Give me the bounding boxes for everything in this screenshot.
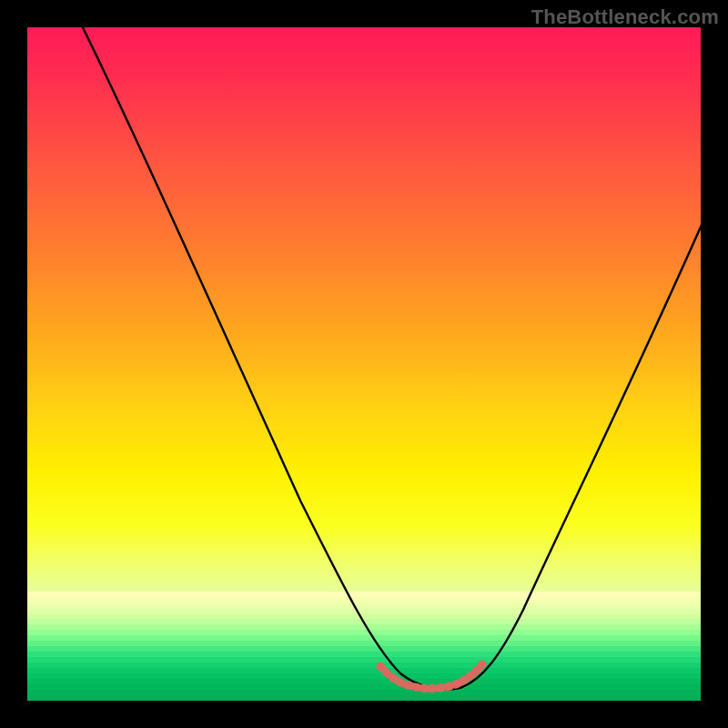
watermark-text: TheBottleneck.com <box>531 5 719 29</box>
plot-area <box>27 27 701 701</box>
bottleneck-curve <box>78 27 701 689</box>
curve-overlay <box>27 27 701 701</box>
chart-frame: TheBottleneck.com <box>0 0 728 728</box>
